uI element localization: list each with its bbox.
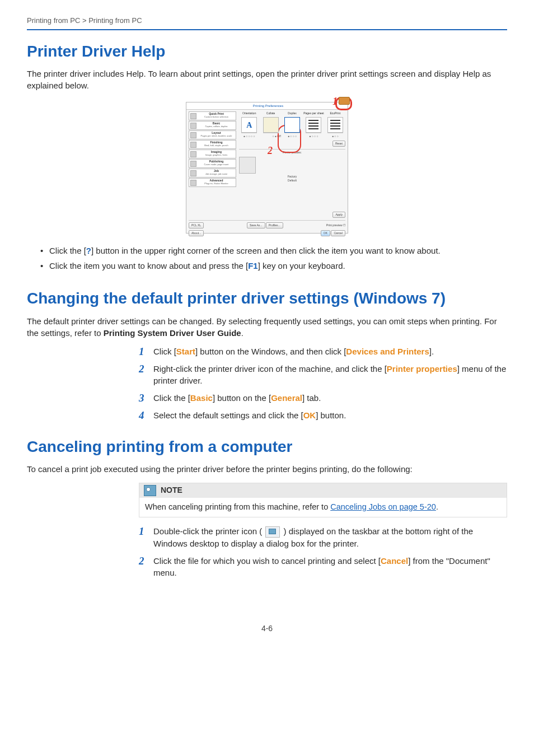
breadcrumb: Printing from PC > Printing from PC [27, 16, 507, 26]
cancel-jobs-link[interactable]: Canceling Jobs on page 5-20 [330, 502, 436, 511]
help-button-icon [339, 97, 350, 105]
step-number-2: 2 [139, 362, 144, 377]
cancel-body: To cancel a print job executed using the… [27, 463, 507, 475]
step-3: 3 Click the [Basic] button on the [Gener… [139, 392, 507, 404]
step-2: 2 Right-click the printer driver icon of… [139, 363, 507, 386]
tab-basic: BasicCopies, collate, duplex [189, 121, 236, 130]
help-body: The printer driver includes Help. To lea… [27, 68, 507, 91]
tab-quick-print: Quick PrintCustom button selection [189, 111, 236, 120]
page: Printing from PC > Printing from PC Prin… [0, 0, 534, 756]
defaults-steps: 1 Click [Start] button on the Windows, a… [139, 346, 507, 421]
step-number-c1: 1 [139, 524, 144, 539]
note-box: NOTE When canceling printing from this m… [139, 483, 507, 517]
step-number-4: 4 [139, 408, 144, 423]
profile-thumb [239, 157, 256, 174]
section-title-defaults: Changing the default printer driver sett… [27, 287, 507, 309]
cancel-steps: 1 Double-click the printer icon ( ) disp… [139, 525, 507, 578]
cancel-button-dialog: Cancel [331, 230, 345, 236]
section-title-help: Printer Driver Help [27, 40, 507, 62]
screenshot-sidebar: Quick PrintCustom button selection Basic… [189, 111, 236, 188]
note-head: NOTE [139, 483, 507, 498]
screenshot-wrap: 1 2 Printing Preferences Quick PrintCust… [27, 98, 507, 234]
screenshot-main: OrientationA● ○ ○ ○ ○ Collate○ ● Off Dup… [239, 111, 345, 183]
step-number-c2: 2 [139, 554, 144, 569]
screenshot-bottom: Apply PCL XL Save As... Profiles... Prin… [189, 212, 345, 231]
step-number-1: 1 [139, 344, 144, 360]
header-rule [27, 29, 507, 30]
reset-button: Reset [332, 141, 345, 147]
step-4: 4 Select the default settings and click … [139, 409, 507, 421]
question-key: ? [86, 246, 91, 255]
ok-button: OK [321, 230, 330, 236]
tab-layout: LayoutPages per sheet, booklet, scale [189, 130, 236, 139]
apply-button: Apply [332, 212, 345, 218]
step-number-3: 3 [139, 391, 144, 406]
profiles-button: Profiles... [266, 222, 283, 228]
tab-advanced: AdvancedPlug-ins, Status Monitor [189, 178, 236, 187]
bullet-2: Click the item you want to know about an… [40, 260, 507, 272]
note-icon [144, 485, 156, 496]
step-1: 1 Click [Start] button on the Windows, a… [139, 346, 507, 357]
pcl-button: PCL XL [189, 222, 204, 228]
saveas-button: Save As... [247, 222, 265, 228]
printer-taskbar-icon [265, 526, 280, 538]
about-button: About... [189, 230, 204, 236]
defaults-body: The default printer driver settings can … [27, 315, 507, 339]
help-bullets: Click the [?] button in the upper right … [27, 245, 507, 272]
note-title: NOTE [161, 485, 182, 496]
tab-finishing: FinishingBind, fold, staple, punch [189, 140, 236, 149]
tab-imaging: ImagingImage, graphics, fonts [189, 150, 236, 158]
f1-key: F1 [248, 261, 258, 270]
section-title-cancel: Canceling printing from a computer [27, 436, 507, 458]
page-number: 4-6 [27, 623, 507, 634]
bullet-1: Click the [?] button in the upper right … [40, 245, 507, 256]
cancel-step-2: 2 Click the file for which you wish to c… [139, 555, 507, 578]
driver-screenshot: 1 2 Printing Preferences Quick PrintCust… [186, 102, 348, 234]
tab-publishing: PublishingCover mode, page insert [189, 159, 236, 168]
tab-job: JobJob storage, job name [189, 169, 236, 178]
note-body: When canceling printing from this machin… [139, 498, 507, 517]
screenshot-titlebar: Printing Preferences [186, 102, 348, 110]
cancel-step-1: 1 Double-click the printer icon ( ) disp… [139, 525, 507, 549]
